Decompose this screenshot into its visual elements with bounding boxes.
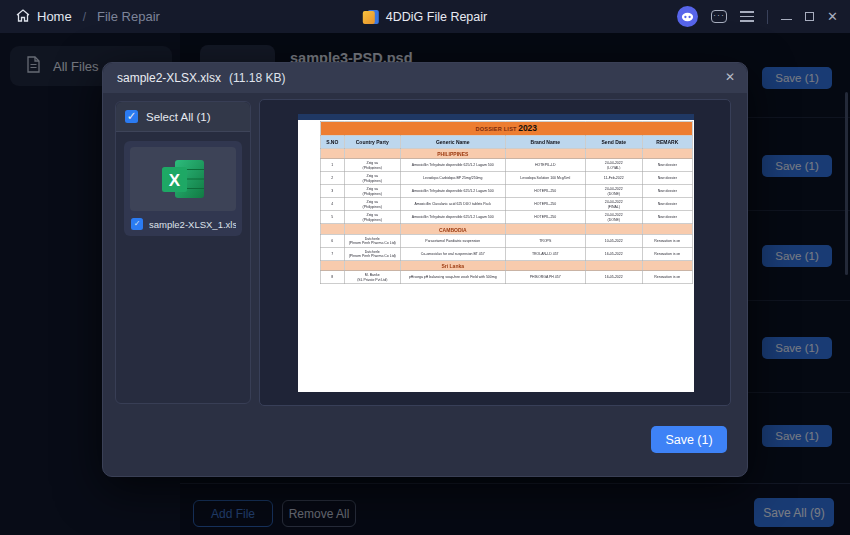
- app-logo-icon: [363, 9, 379, 25]
- select-all-row[interactable]: ✓ Select All (1): [116, 102, 250, 132]
- select-all-checkbox[interactable]: ✓: [125, 110, 138, 123]
- controls-divider: [767, 10, 768, 24]
- spreadsheet-table: DOSSIER LIST2023S.NOCountry PartyGeneric…: [320, 121, 850, 447]
- breadcrumb-current: File Repair: [97, 9, 160, 24]
- title-bar: Home / File Repair 4DDiG File Repair ···…: [0, 0, 850, 33]
- home-icon[interactable]: [16, 8, 30, 26]
- spreadsheet-page: DOSSIER LIST2023S.NOCountry PartyGeneric…: [298, 114, 694, 392]
- file-thumb: X: [130, 147, 236, 211]
- svg-text:X: X: [169, 171, 181, 190]
- feedback-icon[interactable]: ···: [711, 10, 727, 23]
- close-window-button[interactable]: ✕: [827, 10, 838, 23]
- app-title-group: 4DDiG File Repair: [363, 0, 487, 33]
- modal-close-icon[interactable]: ✕: [725, 71, 735, 83]
- breadcrumb: Home / File Repair: [0, 8, 160, 26]
- breadcrumb-home[interactable]: Home: [37, 9, 72, 24]
- minimize-button[interactable]: [781, 19, 792, 21]
- excel-icon: X: [160, 158, 206, 200]
- preview-panel: DOSSIER LIST2023S.NOCountry PartyGeneric…: [259, 99, 731, 406]
- discord-icon[interactable]: [677, 6, 698, 27]
- repaired-file-card[interactable]: X ✓ sample2-XLSX_1.xlsx: [124, 141, 242, 236]
- page-top-strip: [298, 114, 694, 120]
- app-title: 4DDiG File Repair: [386, 10, 487, 24]
- file-item-label: sample2-XLSX_1.xlsx: [149, 219, 236, 230]
- modal-file-title: sample2-XLSX.xlsx: [117, 71, 221, 85]
- window-controls: ··· ✕: [677, 0, 838, 33]
- modal-file-size: (11.18 KB): [229, 71, 285, 85]
- breadcrumb-separator: /: [83, 10, 86, 24]
- app-window: Home / File Repair 4DDiG File Repair ···…: [0, 0, 850, 535]
- select-all-label: Select All (1): [146, 111, 211, 123]
- modal-header: sample2-XLSX.xlsx (11.18 KB) ✕: [103, 63, 747, 93]
- menu-icon[interactable]: [740, 11, 754, 22]
- modal-file-panel: ✓ Select All (1) X ✓: [115, 101, 251, 404]
- file-checkbox[interactable]: ✓: [131, 218, 143, 230]
- modal-save-button[interactable]: Save (1): [651, 426, 727, 453]
- preview-modal: sample2-XLSX.xlsx (11.18 KB) ✕ ✓ Select …: [102, 62, 748, 477]
- maximize-button[interactable]: [805, 12, 814, 21]
